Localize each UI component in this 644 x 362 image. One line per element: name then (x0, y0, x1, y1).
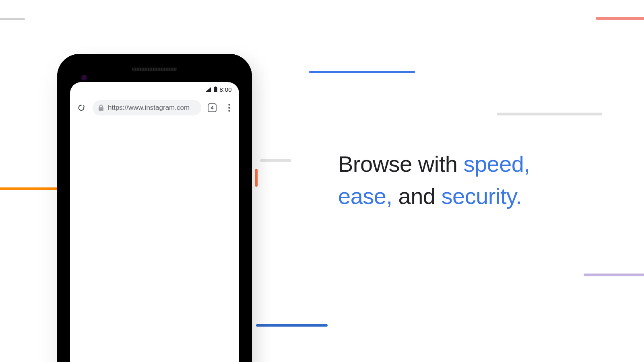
svg-point-5 (228, 107, 230, 109)
svg-point-4 (228, 104, 230, 106)
decor-bar-grey-mid (260, 159, 291, 162)
tab-switcher-button[interactable]: 4 (205, 101, 219, 115)
phone-screen: 8:00 https://www.instagram.com 4 (70, 82, 239, 362)
phone-frame: 8:00 https://www.instagram.com 4 (57, 54, 252, 362)
decor-bar-red-top-right (596, 17, 644, 20)
tab-count: 4 (211, 105, 214, 110)
decor-bar-grey-top-left (0, 18, 25, 20)
headline-part-1: Browse with (338, 151, 463, 177)
address-bar[interactable]: https://www.instagram.com (93, 100, 201, 115)
reload-button[interactable] (74, 101, 89, 115)
svg-rect-1 (215, 86, 216, 87)
marketing-headline: Browse with speed, ease, and security. (338, 148, 580, 212)
status-bar: 8:00 (70, 82, 239, 97)
status-time: 8:00 (220, 86, 232, 93)
overflow-menu-button[interactable] (223, 101, 235, 115)
address-bar-url: https://www.instagram.com (108, 104, 190, 112)
svg-rect-0 (214, 87, 217, 92)
cell-signal-icon (206, 87, 211, 92)
phone-camera (81, 75, 88, 81)
svg-rect-3 (99, 107, 103, 111)
decor-bar-orange-left (0, 187, 58, 190)
decor-bar-blue-lower (256, 324, 328, 327)
svg-point-6 (228, 110, 230, 112)
browser-toolbar: https://www.instagram.com 4 (70, 97, 239, 119)
decor-bar-blue-upper (309, 71, 415, 73)
battery-icon (214, 86, 217, 92)
decor-bar-purple-right (584, 274, 644, 276)
phone-speaker (132, 68, 177, 71)
decor-bar-orange-vertical (255, 169, 258, 187)
headline-highlight-2: security. (442, 183, 522, 209)
headline-part-2: and (392, 183, 442, 209)
decor-bar-grey-right (497, 113, 602, 115)
lock-icon (98, 105, 104, 111)
